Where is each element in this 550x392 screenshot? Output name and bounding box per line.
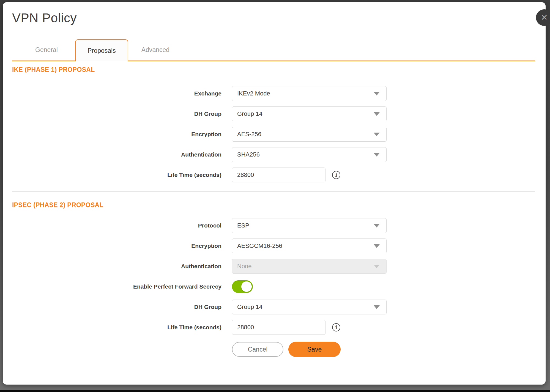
- chevron-down-icon: [374, 92, 380, 95]
- vpn-policy-dialog: VPN Policy General Proposals Advanced IK…: [3, 2, 546, 385]
- protocol-row: Protocol ESP: [3, 215, 546, 236]
- ipsec-dh-group-select[interactable]: Group 14: [232, 300, 387, 314]
- ike-dh-group-row: DH Group Group 14: [3, 104, 546, 124]
- tab-proposals[interactable]: Proposals: [75, 39, 128, 61]
- pfs-toggle-knob: [241, 281, 252, 292]
- ipsec-section: Protocol ESP Encryption AESGCM16-256 Aut…: [3, 215, 546, 338]
- ipsec-authentication-value: None: [237, 263, 374, 270]
- protocol-select[interactable]: ESP: [232, 218, 387, 233]
- ike-dh-group-value: Group 14: [237, 110, 374, 117]
- section-divider: [12, 191, 535, 192]
- ike-life-time-label: Life Time (seconds): [3, 172, 221, 178]
- ike-encryption-label: Encryption: [3, 131, 221, 138]
- save-button[interactable]: Save: [288, 342, 341, 357]
- info-icon[interactable]: i: [332, 171, 340, 179]
- tab-advanced-label: Advanced: [141, 46, 169, 54]
- ike-encryption-value: AES-256: [237, 131, 374, 138]
- exchange-value: IKEv2 Mode: [237, 90, 374, 97]
- footer-actions: Cancel Save: [232, 342, 546, 357]
- ipsec-encryption-row: Encryption AESGCM16-256: [3, 236, 546, 256]
- pfs-toggle[interactable]: [232, 280, 253, 293]
- ipsec-dh-group-label: DH Group: [3, 304, 221, 310]
- tab-bar: General Proposals Advanced: [12, 39, 535, 61]
- ipsec-encryption-label: Encryption: [3, 243, 221, 249]
- ike-dh-group-label: DH Group: [3, 111, 221, 117]
- ike-encryption-select[interactable]: AES-256: [232, 127, 387, 142]
- close-icon[interactable]: ✕: [536, 9, 550, 26]
- ipsec-encryption-value: AESGCM16-256: [237, 242, 374, 250]
- ike-authentication-label: Authentication: [3, 151, 221, 158]
- ipsec-life-time-input[interactable]: [232, 320, 325, 335]
- ipsec-authentication-label: Authentication: [3, 263, 221, 270]
- cancel-button[interactable]: Cancel: [232, 342, 283, 357]
- exchange-select[interactable]: IKEv2 Mode: [232, 86, 387, 101]
- ipsec-section-heading: IPSEC (PHASE 2) PROPOSAL: [12, 201, 546, 209]
- tab-advanced[interactable]: Advanced: [129, 39, 182, 61]
- protocol-value: ESP: [237, 222, 374, 229]
- ike-authentication-row: Authentication SHA256: [3, 144, 546, 165]
- chevron-down-icon: [374, 224, 380, 227]
- tab-proposals-label: Proposals: [87, 47, 116, 54]
- tab-general-label: General: [35, 46, 58, 54]
- chevron-down-icon: [374, 244, 380, 248]
- chevron-down-icon: [374, 153, 380, 157]
- page-title: VPN Policy: [12, 10, 546, 25]
- ipsec-authentication-select-disabled: None: [232, 259, 387, 274]
- ike-section: Exchange IKEv2 Mode DH Group Group 14 En…: [3, 83, 546, 185]
- pfs-label: Enable Perfect Forward Secrecy: [3, 283, 221, 290]
- chevron-down-icon: [374, 265, 380, 268]
- ipsec-encryption-select[interactable]: AESGCM16-256: [232, 239, 387, 253]
- ipsec-life-time-row: Life Time (seconds) i: [3, 317, 546, 338]
- ike-authentication-value: SHA256: [237, 151, 374, 158]
- ike-section-heading: IKE (PHASE 1) PROPOSAL: [12, 65, 546, 74]
- ipsec-dh-group-row: DH Group Group 14: [3, 297, 546, 317]
- exchange-label: Exchange: [3, 90, 221, 97]
- chevron-down-icon: [374, 133, 380, 136]
- ipsec-authentication-row: Authentication None: [3, 256, 546, 276]
- chevron-down-icon: [374, 305, 380, 309]
- info-icon[interactable]: i: [332, 323, 340, 331]
- ike-authentication-select[interactable]: SHA256: [232, 147, 387, 162]
- ike-encryption-row: Encryption AES-256: [3, 124, 546, 144]
- exchange-row: Exchange IKEv2 Mode: [3, 83, 546, 104]
- ipsec-dh-group-value: Group 14: [237, 303, 374, 311]
- chevron-down-icon: [374, 112, 380, 116]
- ike-life-time-row: Life Time (seconds) i: [3, 165, 546, 185]
- ike-dh-group-select[interactable]: Group 14: [232, 106, 387, 121]
- pfs-row: Enable Perfect Forward Secrecy: [3, 276, 546, 297]
- window-bottom-edge: [0, 390, 550, 392]
- tab-general[interactable]: General: [26, 39, 67, 61]
- protocol-label: Protocol: [3, 222, 221, 229]
- ipsec-life-time-label: Life Time (seconds): [3, 324, 221, 331]
- ike-life-time-input[interactable]: [232, 168, 325, 182]
